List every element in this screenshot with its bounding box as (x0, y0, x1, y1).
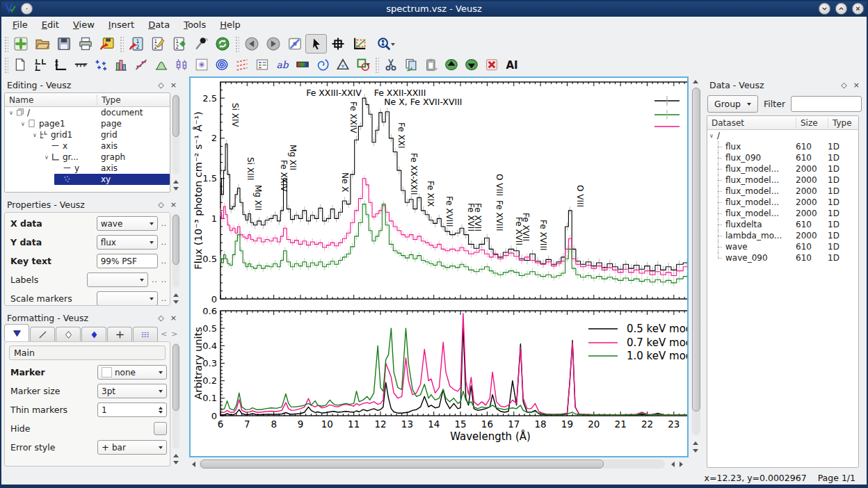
add-function-button[interactable] (151, 56, 171, 74)
more-options-button[interactable]: .. (161, 276, 167, 284)
thin-markers-stepper[interactable]: 1 (97, 402, 167, 417)
open-document-button[interactable] (31, 34, 53, 54)
float-panel-icon[interactable]: ◇ (158, 81, 163, 89)
title-bar[interactable]: spectrum.vsz - Veusz (0, 0, 868, 17)
zoom-graph-axes-button[interactable] (348, 34, 370, 54)
dataset-row-lambda_mo[interactable]: lambda_mo...20001D (707, 230, 858, 241)
tab-marker-fill[interactable] (81, 327, 106, 341)
print-document-button[interactable] (74, 34, 96, 54)
group-button[interactable]: Group (707, 95, 758, 113)
add-boxplot-button[interactable] (171, 56, 191, 74)
tab-plot-line[interactable] (30, 327, 55, 341)
edit-data-button[interactable]: 12 (147, 34, 168, 54)
export-document-button[interactable] (96, 34, 118, 54)
formatting-scrollbar[interactable] (171, 341, 180, 466)
create-data-button[interactable]: 12 (168, 34, 190, 54)
move-up-widget-button[interactable] (441, 56, 461, 74)
close-icon[interactable] (852, 3, 864, 15)
x-data-select[interactable]: wave (97, 216, 158, 231)
expander-icon[interactable]: ∨ (31, 132, 39, 138)
menu-data[interactable]: Data (141, 17, 177, 32)
plot-page[interactable]: 00.511.522.5Flux (10⁻³ photon cm⁻² s⁻¹ Å… (189, 76, 689, 457)
dataset-row-wave_090[interactable]: wave_0906101D (707, 252, 858, 263)
column-header-name[interactable]: Name (5, 95, 97, 105)
error-style-select[interactable]: +bar (97, 440, 167, 455)
hide-checkbox[interactable] (154, 422, 167, 435)
minimize-icon[interactable] (819, 3, 830, 15)
tree-row-xy[interactable]: xy (5, 174, 170, 185)
more-options-button[interactable]: .. (161, 257, 167, 265)
scale-markers-select[interactable] (97, 291, 158, 306)
select-items-button[interactable] (305, 34, 327, 54)
editing-scrollbar[interactable] (171, 92, 180, 193)
menu-tools[interactable]: Tools (177, 17, 213, 32)
dataset-row-flux_090[interactable]: flux_0906101D (707, 152, 858, 163)
column-header-size[interactable]: Size (796, 118, 828, 128)
add-xy-button[interactable] (90, 56, 111, 74)
close-panel-icon[interactable]: × (170, 81, 177, 89)
expander-icon[interactable]: ∨ (42, 154, 51, 161)
tree-row-y[interactable]: yaxis (5, 163, 170, 174)
dataset-row-fluxdelta[interactable]: fluxdelta6101D (707, 219, 858, 230)
menu-help[interactable]: Help (213, 17, 248, 32)
close-panel-icon[interactable]: × (170, 314, 177, 322)
labels-select[interactable] (87, 273, 148, 287)
dataset-row-flux_model[interactable]: flux_model...20001D (707, 174, 858, 186)
tab-marker-border[interactable] (56, 327, 81, 341)
y-data-select[interactable]: flux (97, 235, 158, 250)
column-header-type[interactable]: Type (97, 95, 170, 105)
plot-vertical-scrollbar[interactable] (691, 76, 701, 457)
save-document-button[interactable] (53, 34, 74, 54)
dataset-row-flux_model[interactable]: flux_model...20001D (707, 197, 858, 208)
filter-input[interactable] (791, 96, 862, 112)
tab-scroll-right-icon[interactable]: > (171, 330, 177, 339)
more-options-button[interactable]: .. (161, 220, 167, 227)
dataset-row-flux_model[interactable]: flux_model...20001D (707, 163, 858, 174)
reload-data-button[interactable] (211, 34, 233, 54)
tree-row-gr...[interactable]: ∨gr...graph (5, 152, 170, 163)
add-polar-button[interactable] (312, 56, 332, 74)
tree-row-x[interactable]: xaxis (5, 140, 170, 152)
expander-icon[interactable]: ∨ (7, 110, 15, 116)
add-label-button[interactable]: ab (272, 56, 292, 74)
add-vectorfield-button[interactable] (232, 56, 252, 74)
dataset-row-wave[interactable]: wave6101D (707, 241, 858, 252)
add-axis-button[interactable] (70, 56, 90, 74)
marker-size-select[interactable]: 3pt (97, 384, 167, 398)
menu-view[interactable]: View (66, 17, 102, 32)
float-panel-icon[interactable]: ◇ (158, 201, 163, 209)
rename-widget-button[interactable]: AI (501, 56, 522, 74)
zoom-menu-button[interactable] (370, 34, 398, 54)
float-panel-icon[interactable]: ◇ (158, 314, 163, 322)
more-options-button[interactable]: .. (161, 295, 167, 302)
expander-icon[interactable]: ∨ (707, 133, 716, 139)
tab-main[interactable] (4, 324, 29, 341)
dataset-root-row[interactable]: ∨/ (707, 130, 858, 141)
expander-icon[interactable]: ∨ (19, 121, 27, 127)
add-ternary-button[interactable] (332, 56, 353, 74)
dataset-row-flux[interactable]: flux6101D (707, 141, 858, 152)
previous-page-button[interactable] (241, 34, 262, 54)
marker-select[interactable]: none (97, 365, 167, 380)
plot-canvas[interactable]: 00.511.522.5Flux (10⁻³ photon cm⁻² s⁻¹ Å… (191, 78, 687, 456)
column-header-dataset[interactable]: Dataset (707, 118, 796, 128)
tab-error-bar[interactable] (107, 327, 132, 341)
menu-file[interactable]: File (6, 17, 35, 32)
capture-data-button[interactable] (190, 34, 211, 54)
tree-row-grid1[interactable]: ∨grid1grid (5, 129, 170, 140)
import-data-button[interactable]: 12 (125, 34, 147, 54)
copy-widget-button[interactable] (401, 56, 421, 74)
new-document-button[interactable] (10, 34, 31, 54)
next-page-button[interactable] (262, 34, 284, 54)
close-panel-icon[interactable]: × (853, 81, 860, 89)
delete-widget-button[interactable] (481, 56, 501, 74)
tree-row-page1[interactable]: ∨page1page (5, 118, 170, 129)
tab-fill-below[interactable] (133, 327, 158, 341)
cut-widget-button[interactable] (380, 56, 401, 74)
maximize-icon[interactable] (835, 3, 847, 15)
read-data-points-button[interactable] (327, 34, 348, 54)
add-contour-button[interactable] (211, 56, 232, 74)
more-options-button[interactable]: .. (161, 238, 167, 246)
add-bar-button[interactable] (111, 56, 131, 74)
menu-insert[interactable]: Insert (102, 17, 141, 32)
